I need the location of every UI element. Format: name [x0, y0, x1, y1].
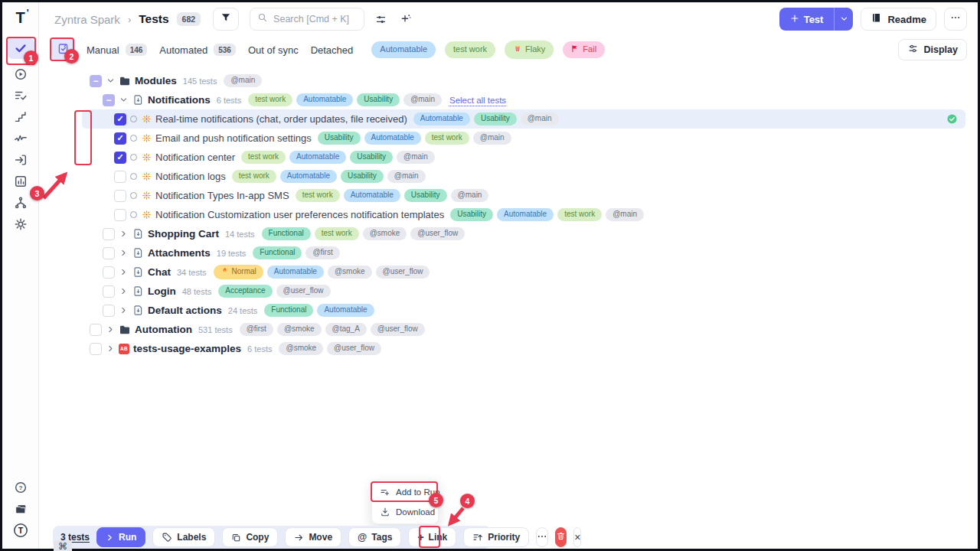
sidebar-item-import[interactable] — [8, 149, 34, 171]
tag-pill[interactable]: Automatable — [364, 132, 421, 145]
tag-pill[interactable]: Automatable — [289, 151, 346, 165]
tag-pill[interactable]: test work — [241, 151, 286, 165]
tree-row-suite[interactable]: −Notifications6 teststest workAutomatabl… — [82, 90, 965, 109]
tag-pill[interactable]: @main — [451, 189, 489, 203]
chevron-right-icon[interactable] — [119, 287, 128, 296]
bulk-labels-button[interactable]: Labels — [152, 527, 215, 547]
tag-pill[interactable]: test work — [296, 189, 340, 203]
quick-filter-pill[interactable]: Flaky — [505, 41, 554, 59]
chevron-right-icon[interactable] — [106, 344, 115, 354]
tag-pill[interactable]: Functional — [264, 304, 313, 318]
bulk-move-button[interactable]: Move — [285, 527, 341, 547]
menu-item-add-to-run[interactable]: Add to Run — [372, 482, 438, 502]
tag-pill[interactable]: test work — [315, 227, 359, 241]
tag-pill[interactable]: @first — [305, 246, 339, 260]
row-checkbox[interactable] — [90, 324, 102, 336]
readme-button[interactable]: Readme — [861, 8, 936, 31]
row-checkbox[interactable] — [90, 343, 102, 355]
row-checkbox[interactable] — [103, 247, 115, 259]
row-checkbox[interactable] — [103, 266, 115, 279]
tree-row-suite[interactable]: Automation531 tests@first@smoke@tag_A@us… — [82, 320, 965, 339]
filter-tab-out-of-sync[interactable]: Out of sync — [248, 44, 299, 56]
filter-tab-manual[interactable]: Manual146 — [87, 44, 147, 56]
tree-row-suite[interactable]: Attachments19 testsFunctional@first — [82, 243, 965, 262]
bulk-close-button[interactable]: × — [573, 527, 581, 547]
sidebar-item-runs-play[interactable] — [8, 64, 34, 85]
tag-pill[interactable]: Normal — [214, 265, 263, 280]
tag-pill[interactable]: @user_flow — [371, 323, 425, 337]
row-checkbox[interactable] — [103, 305, 115, 317]
sidebar-item-projects[interactable] — [8, 498, 34, 520]
tag-pill[interactable]: Functional — [262, 227, 311, 241]
sidebar-item-tests-check[interactable] — [7, 37, 34, 59]
tag-pill[interactable]: Usability — [341, 170, 384, 184]
tag-pill[interactable]: @user_flow — [376, 266, 430, 279]
bulk-more-button[interactable] — [536, 527, 548, 547]
tag-pill[interactable]: @main — [473, 132, 511, 145]
quick-filter-pill[interactable]: Fail — [563, 41, 605, 59]
chevron-down-icon[interactable] — [106, 77, 115, 86]
tag-pill[interactable]: @main — [403, 93, 442, 107]
tree-row-test[interactable]: Notification Customization user preferen… — [82, 205, 965, 224]
tag-pill[interactable]: @tag_A — [325, 323, 367, 337]
chevron-right-icon[interactable] — [119, 249, 128, 258]
new-test-caret-button[interactable] — [834, 8, 853, 31]
row-checkbox[interactable]: ✓ — [114, 132, 126, 145]
filter-tab-automated[interactable]: Automated536 — [159, 44, 236, 56]
tag-pill[interactable]: Automatable — [317, 304, 374, 318]
bulk-tags-button[interactable]: @Tags — [348, 527, 401, 547]
tag-pill[interactable]: Automatable — [413, 112, 470, 126]
tree-row-test[interactable]: Notification Types In-app SMStest workAu… — [82, 186, 965, 205]
bulk-priority-button[interactable]: Priority — [463, 527, 529, 547]
tag-pill[interactable]: Usability — [450, 208, 493, 222]
tag-pill[interactable]: @main — [521, 112, 559, 126]
bulk-delete-button[interactable] — [555, 527, 567, 547]
tag-pill[interactable]: @smoke — [277, 323, 322, 337]
row-checkbox[interactable]: − — [103, 94, 115, 106]
tag-pill[interactable]: Usability — [318, 132, 361, 145]
tag-pill[interactable]: Usability — [404, 189, 447, 203]
tag-pill[interactable]: @user_flow — [410, 227, 465, 241]
chevron-right-icon[interactable] — [119, 230, 128, 239]
tag-pill[interactable]: @smoke — [279, 342, 323, 356]
tree-row-suite[interactable]: Shopping Cart14 testsFunctionaltest work… — [82, 224, 965, 243]
chevron-right-icon[interactable] — [119, 306, 128, 315]
tree-row-suite[interactable]: Default actions24 testsFunctionalAutomat… — [82, 301, 965, 320]
quick-filter-pill[interactable]: test work — [445, 41, 495, 58]
select-all-tests-link[interactable]: Select all tests — [449, 96, 506, 105]
row-checkbox[interactable]: ✓ — [114, 113, 126, 126]
tag-pill[interactable]: @user_flow — [276, 285, 331, 298]
tree-row-test[interactable]: ✓Email and push notification settingsUsa… — [82, 129, 965, 148]
menu-item-download[interactable]: Download — [372, 502, 438, 522]
tree-row-suite[interactable]: Login48 testsAcceptance@user_flow — [82, 282, 965, 301]
tree-row-suite[interactable]: ABtests-usage-examples6 tests@smoke@user… — [82, 339, 965, 358]
tree-row-suite[interactable]: −Modules145 tests@main — [82, 71, 965, 90]
new-test-button[interactable]: Test — [779, 8, 835, 31]
tag-pill[interactable]: @main — [397, 151, 435, 165]
tag-pill[interactable]: Automatable — [296, 93, 353, 107]
tree-row-test[interactable]: Notification logstest workAutomatableUsa… — [82, 167, 965, 186]
chevron-right-icon[interactable] — [106, 325, 115, 334]
tree-row-test[interactable]: ✓Real-time notifications (chat, order up… — [82, 109, 965, 129]
filter-tab-detached[interactable]: Detached — [311, 44, 354, 56]
bulk-link-button[interactable]: +Link — [408, 527, 456, 547]
row-checkbox[interactable]: − — [90, 75, 102, 87]
sidebar-item-steps[interactable] — [8, 106, 34, 128]
tag-pill[interactable]: Automatable — [280, 170, 337, 184]
tree-row-suite[interactable]: Chat34 testsNormalAutomatable@smoke@user… — [82, 262, 965, 282]
row-checkbox[interactable] — [114, 209, 126, 221]
tag-pill[interactable]: Acceptance — [218, 285, 272, 298]
row-checkbox[interactable] — [103, 228, 115, 240]
tag-pill[interactable]: @first — [240, 323, 273, 337]
more-options-button[interactable] — [944, 8, 967, 31]
tag-pill[interactable]: Automatable — [497, 208, 554, 222]
chevron-down-icon[interactable] — [119, 96, 128, 105]
filter-funnel-button[interactable] — [213, 8, 239, 31]
row-checkbox[interactable]: ✓ — [114, 152, 126, 164]
bulk-copy-button[interactable]: Copy — [222, 527, 278, 547]
ai-sparkle-icon[interactable] — [397, 9, 416, 29]
tag-pill[interactable]: Automatable — [344, 189, 400, 203]
row-checkbox[interactable] — [103, 285, 115, 298]
tag-pill[interactable]: Functional — [253, 246, 302, 260]
search-box[interactable] — [250, 8, 364, 31]
